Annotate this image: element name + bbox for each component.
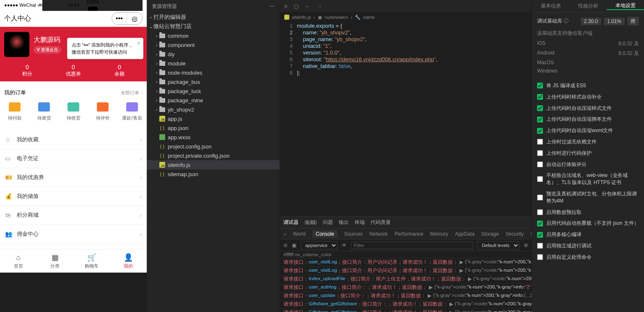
- devtab-Performance[interactable]: Performance: [395, 231, 423, 237]
- devtools-tabs[interactable]: 调试器 5, 61 问题 输出 终端 代码质量: [280, 217, 532, 229]
- stat-item[interactable]: 0积分: [4, 64, 50, 78]
- devtab-AppData[interactable]: AppData: [455, 231, 475, 237]
- order-status[interactable]: 待收货: [59, 102, 88, 121]
- svg-text:☆: ☆: [5, 136, 10, 143]
- option-checkbox[interactable]: 上传代码时样式自动补全: [537, 94, 639, 101]
- log-line[interactable]: 请求接口：Giftshare_getGiftshare；接口简介：；请求成功！；…: [280, 300, 532, 309]
- devtab-Sources[interactable]: Sources: [344, 231, 363, 237]
- devtab-Network[interactable]: Network: [369, 231, 388, 237]
- option-checkbox[interactable]: 上传代码时自动压缩wxml文件: [537, 127, 639, 134]
- nav-back-icon[interactable]: ←: [304, 3, 312, 10]
- baselib-version[interactable]: 2.30.0: [581, 18, 601, 25]
- filter-input[interactable]: [351, 242, 473, 249]
- menu-item[interactable]: 👥佣金中心›: [0, 225, 147, 244]
- file-item[interactable]: JSapp.js: [147, 114, 280, 123]
- file-item[interactable]: JSsiteinfo.js: [147, 160, 280, 169]
- breadcrumb[interactable]: siteinfo.js› ▣<unknown>› 🔧name: [280, 13, 532, 22]
- context-select[interactable]: appservice: [301, 241, 338, 250]
- list-icon[interactable]: ≡: [283, 3, 289, 10]
- stop-icon[interactable]: ⊘: [283, 242, 288, 248]
- option-checkbox[interactable]: 启用独立域进行调试: [537, 242, 639, 250]
- file-item[interactable]: { }sitemap.json: [147, 169, 280, 179]
- tab-0[interactable]: ⌂首页: [0, 250, 37, 273]
- option-checkbox[interactable]: 预览及真机调试时主包、分包体积上限调整为4M: [537, 190, 639, 205]
- devtab-Storage[interactable]: Storage: [481, 231, 499, 237]
- console-output[interactable]: #ffffff nv_colornv_color请求接口：user_visitL…: [280, 251, 532, 312]
- settings-tab[interactable]: 本地设置: [607, 2, 644, 10]
- bookmark-icon[interactable]: ▢: [292, 3, 300, 10]
- option-checkbox[interactable]: 不校验合法域名、web-view（业务域名）、TLS 版本以及 HTTPS 证书: [537, 172, 639, 186]
- eye-icon[interactable]: 👁: [342, 242, 347, 248]
- folder-icon: [159, 89, 165, 94]
- folder-item[interactable]: ›node-modules: [147, 68, 280, 77]
- settings-tab[interactable]: 性能分析: [569, 3, 607, 10]
- menu-item[interactable]: ☆我的收藏›: [0, 130, 147, 149]
- avatar[interactable]: [4, 32, 29, 57]
- folder-item[interactable]: ›diy: [147, 49, 280, 59]
- menu-item[interactable]: 💰我的储值›: [0, 187, 147, 206]
- capsule[interactable]: ••• ◎: [112, 12, 143, 25]
- tree-group[interactable]: ›打开的编辑器: [147, 13, 280, 22]
- devtab-Console[interactable]: Console: [312, 230, 338, 238]
- tooltip-close-icon[interactable]: ✕: [137, 40, 140, 47]
- explorer-more-icon[interactable]: ⋯: [270, 3, 275, 9]
- option-checkbox[interactable]: 启用数据预拉取: [537, 209, 639, 216]
- folder-item[interactable]: ›package_bus: [147, 77, 280, 86]
- settings-tab[interactable]: 基本信息: [532, 3, 569, 10]
- option-checkbox[interactable]: 启用多核心编译: [537, 231, 639, 238]
- tab-1[interactable]: ▦分类: [37, 250, 74, 273]
- option-checkbox[interactable]: 启用代码自动热重载（不支持 json 文件）: [537, 220, 639, 227]
- folder-item[interactable]: ›module: [147, 59, 280, 68]
- folder-item[interactable]: ›package_mine: [147, 96, 280, 105]
- stat-item[interactable]: 0优惠券: [50, 64, 96, 78]
- tab-2[interactable]: 🛒购物车: [73, 250, 110, 273]
- folder-item[interactable]: ›common: [147, 31, 280, 40]
- stat-item[interactable]: 0余额: [96, 64, 143, 78]
- menu-item[interactable]: 🛍积分商城›: [0, 206, 147, 225]
- push-button[interactable]: 推: [627, 17, 639, 26]
- devtab-Security[interactable]: Security: [506, 231, 524, 237]
- devtab-Memory[interactable]: Memory: [430, 231, 448, 237]
- folder-item[interactable]: ›component: [147, 40, 280, 49]
- file-item[interactable]: { }project.config.json: [147, 142, 280, 151]
- option-checkbox[interactable]: 上传代码时自动压缩脚本文件: [537, 116, 639, 123]
- order-status[interactable]: 待评价: [88, 102, 117, 121]
- nav-fwd-icon[interactable]: →: [315, 3, 324, 10]
- menu-item[interactable]: 🎫我的优惠券›: [0, 168, 147, 187]
- folder-item[interactable]: ›yb_shopv2: [147, 105, 280, 114]
- log-line[interactable]: 请求接口：user_update；接口简介：；请求成功！；返回数据：▶{"k-g…: [280, 292, 532, 300]
- file-item[interactable]: { }project.private.config.json: [147, 151, 280, 160]
- log-line[interactable]: 请求接口：Giftshare_getGiftshare；接口简介：；请求成功！；…: [280, 309, 532, 312]
- order-status[interactable]: 退款/售后: [117, 102, 147, 121]
- file-item[interactable]: { }app.json: [147, 123, 280, 133]
- help-icon[interactable]: ⓘ: [564, 18, 569, 24]
- option-checkbox[interactable]: 上传时过滤无依赖文件: [537, 138, 639, 146]
- tree-group[interactable]: ⌄微站云智慧门店: [147, 22, 280, 31]
- context-icon[interactable]: ▣: [292, 242, 296, 248]
- page-title: 个人中心: [4, 14, 31, 23]
- capsule-close-icon[interactable]: ◎: [127, 13, 142, 24]
- folder-item[interactable]: ›package_luck: [147, 86, 280, 96]
- all-orders-link[interactable]: 全部订单›: [121, 90, 143, 96]
- option-checkbox[interactable]: 将 JS 编译成 ES5: [537, 82, 639, 89]
- file-item[interactable]: app.wxss: [147, 133, 280, 142]
- devtab-Wxml[interactable]: Wxml: [293, 231, 306, 237]
- log-line[interactable]: 请求接口：user_visitLog；接口简介：用户访问记录；请求成功！；返回数…: [280, 258, 532, 267]
- capsule-menu-icon[interactable]: •••: [112, 13, 127, 24]
- tab-3[interactable]: 👤我的: [110, 250, 147, 273]
- option-checkbox[interactable]: 上传代码时自动压缩样式文件: [537, 105, 639, 112]
- log-line[interactable]: 请求接口：Index_uploadFile；接口简介：用户上传文件；请求成功！；…: [280, 275, 532, 283]
- option-checkbox[interactable]: 启用自定义处理命令: [537, 254, 639, 261]
- menu-item[interactable]: ▭电子凭证›: [0, 149, 147, 168]
- log-line[interactable]: 请求接口：user_visitLog；接口简介：用户访问记录；请求成功！；返回数…: [280, 267, 532, 275]
- log-line[interactable]: 请求接口：user_authlog；接口简介：；请求成功！；返回数据：▶{"k-…: [280, 283, 532, 292]
- option-checkbox[interactable]: 自动运行体验评分: [537, 161, 639, 168]
- option-checkbox[interactable]: 上传时进行代码保护: [537, 150, 639, 157]
- inspect-icon[interactable]: ⟐: [283, 231, 286, 237]
- settings-icon[interactable]: ⚙: [524, 242, 528, 248]
- levels-select[interactable]: Default levels: [477, 241, 519, 250]
- order-status[interactable]: 待付款: [0, 102, 29, 121]
- order-status[interactable]: 待发货: [29, 102, 59, 121]
- vip-badge[interactable]: V普通会员: [34, 46, 61, 54]
- code-editor[interactable]: 12345678 module.exports = { name: "yb_sh…: [280, 22, 532, 216]
